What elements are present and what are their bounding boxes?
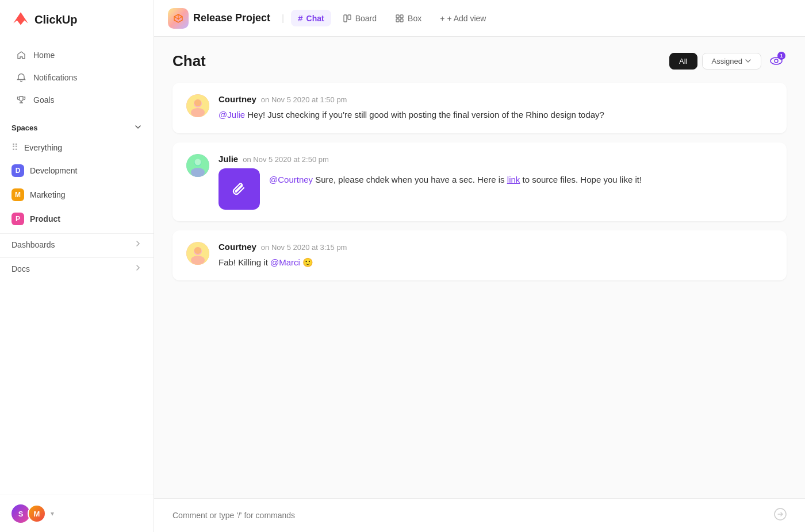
svg-point-16: [195, 159, 201, 165]
message-text-3: Fab! Killing it @Marci 🙂: [218, 256, 773, 269]
logo[interactable]: ClickUp: [0, 0, 154, 39]
sidebar-item-marketing[interactable]: M Marketing: [0, 183, 154, 206]
comment-box: [154, 498, 805, 532]
attachment-message-text: @Courtney Sure, please chdek when you ha…: [269, 168, 642, 187]
attachment-text-after-link: to source files. Hope you like it!: [522, 175, 642, 184]
tab-box[interactable]: Box: [388, 10, 428, 26]
sidebar-item-development[interactable]: D Development: [0, 159, 154, 182]
filter-all-button[interactable]: All: [669, 53, 697, 70]
comment-input[interactable]: [172, 511, 767, 520]
message-header-2: Julie on Nov 5 2020 at 2:50 pm: [218, 154, 773, 164]
sidebar-item-notifications-label: Notifications: [33, 73, 77, 82]
sidebar-item-goals[interactable]: Goals: [5, 89, 149, 111]
plus-icon: +: [440, 14, 444, 23]
sidebar-item-home[interactable]: Home: [5, 44, 149, 66]
sidebar-item-home-label: Home: [33, 51, 55, 60]
spaces-header[interactable]: Spaces: [0, 116, 154, 136]
svg-point-15: [191, 168, 205, 177]
topbar: Release Project | # Chat Board Box + + A…: [154, 0, 805, 37]
mention-julie: @Julie: [218, 110, 245, 119]
add-view-label: + Add view: [447, 14, 486, 23]
sidebar-item-notifications[interactable]: Notifications: [5, 67, 149, 88]
filter-assigned-button[interactable]: Assigned: [702, 53, 761, 70]
product-badge: P: [12, 213, 24, 225]
svg-point-20: [194, 247, 201, 254]
assigned-chevron-icon: [745, 57, 752, 64]
box-icon: [395, 14, 404, 23]
avatar-courtney-1: [186, 94, 209, 117]
mention-courtney: @Courtney: [269, 175, 313, 184]
message-card-2: Julie on Nov 5 2020 at 2:50 pm @Courtney…: [172, 142, 787, 221]
user-avatar-m: M: [28, 504, 46, 523]
message-time-3: on Nov 5 2020 at 3:15 pm: [261, 243, 347, 252]
messages-list: Courtney on Nov 5 2020 at 1:50 pm @Julie…: [172, 83, 787, 484]
board-icon: [343, 14, 352, 23]
sidebar-navigation: Home Notifications Goals: [0, 39, 154, 116]
development-badge: D: [12, 164, 24, 177]
sidebar-item-docs-label: Docs: [12, 264, 30, 273]
filter-row: All Assigned 1: [669, 51, 787, 71]
paperclip-icon: [230, 180, 248, 198]
sidebar-item-everything-label: Everything: [24, 143, 62, 152]
hash-icon: #: [298, 13, 302, 23]
tab-board[interactable]: Board: [336, 10, 384, 26]
author-name-2: Julie: [218, 154, 238, 164]
svg-rect-4: [400, 15, 403, 18]
svg-point-19: [191, 256, 205, 265]
sidebar-item-marketing-label: Marketing: [30, 190, 65, 199]
sidebar-item-goals-label: Goals: [33, 95, 55, 105]
assigned-label: Assigned: [712, 57, 742, 65]
message-header-1: Courtney on Nov 5 2020 at 1:50 pm: [218, 94, 773, 104]
author-name-3: Courtney: [218, 242, 256, 252]
svg-point-11: [191, 108, 205, 117]
chevron-right-icon: [134, 240, 142, 249]
footer-chevron-icon: ▾: [51, 510, 54, 518]
message-header-3: Courtney on Nov 5 2020 at 3:15 pm: [218, 242, 773, 252]
tab-chat-label: Chat: [306, 14, 324, 23]
attachment-block: @Courtney Sure, please chdek when you ha…: [218, 168, 773, 210]
svg-rect-6: [400, 19, 403, 22]
message-time-1: on Nov 5 2020 at 1:50 pm: [261, 95, 347, 104]
message-body-text-1: Hey! Just checking if you're still good …: [247, 110, 604, 119]
sidebar-item-everything[interactable]: ⠿ Everything: [0, 137, 154, 158]
chevron-right-icon-docs: [134, 264, 142, 273]
watch-button[interactable]: 1: [766, 51, 787, 71]
message-body-2: Julie on Nov 5 2020 at 2:50 pm @Courtney…: [218, 154, 773, 210]
add-view-button[interactable]: + + Add view: [433, 10, 493, 26]
send-icon[interactable]: [774, 508, 787, 523]
logo-text: ClickUp: [34, 13, 77, 26]
spaces-label: Spaces: [12, 124, 38, 132]
sidebar-footer[interactable]: S M ▾: [0, 495, 154, 532]
sidebar-item-docs[interactable]: Docs: [0, 257, 154, 279]
message-time-2: on Nov 5 2020 at 2:50 pm: [243, 155, 329, 164]
avatar-courtney-2: [186, 242, 209, 265]
source-files-link[interactable]: link: [507, 175, 520, 184]
message-emoji-3: 🙂: [302, 257, 313, 267]
grid-icon: ⠿: [12, 142, 18, 153]
tab-board-label: Board: [355, 14, 377, 23]
sidebar-item-dashboards-label: Dashboards: [12, 240, 55, 249]
sidebar-item-dashboards[interactable]: Dashboards: [0, 233, 154, 255]
message-card: Courtney on Nov 5 2020 at 1:50 pm @Julie…: [172, 83, 787, 133]
clickup-logo-icon: [12, 10, 30, 29]
home-icon: [16, 50, 26, 60]
marketing-badge: M: [12, 188, 24, 201]
watch-count-badge: 1: [777, 52, 785, 60]
project-icon: [168, 8, 189, 29]
main-content: Release Project | # Chat Board Box + + A…: [154, 0, 805, 532]
svg-point-8: [775, 59, 778, 63]
project-title: Release Project: [193, 12, 270, 24]
author-name-1: Courtney: [218, 94, 256, 104]
svg-point-12: [194, 99, 201, 106]
sidebar-item-product[interactable]: P Product: [0, 207, 154, 230]
sidebar-item-product-label: Product: [30, 214, 60, 223]
svg-rect-2: [348, 15, 351, 20]
avatar-julie: [186, 154, 209, 177]
svg-rect-3: [396, 15, 399, 18]
tab-chat[interactable]: # Chat: [291, 10, 331, 26]
message-text-1: @Julie Hey! Just checking if you're stil…: [218, 109, 773, 122]
message-text-prefix-3: Fab! Killing it: [218, 257, 270, 267]
sidebar: ClickUp Home Notifications Goals Spaces: [0, 0, 154, 532]
trophy-icon: [16, 95, 26, 105]
message-card-3: Courtney on Nov 5 2020 at 3:15 pm Fab! K…: [172, 230, 787, 281]
